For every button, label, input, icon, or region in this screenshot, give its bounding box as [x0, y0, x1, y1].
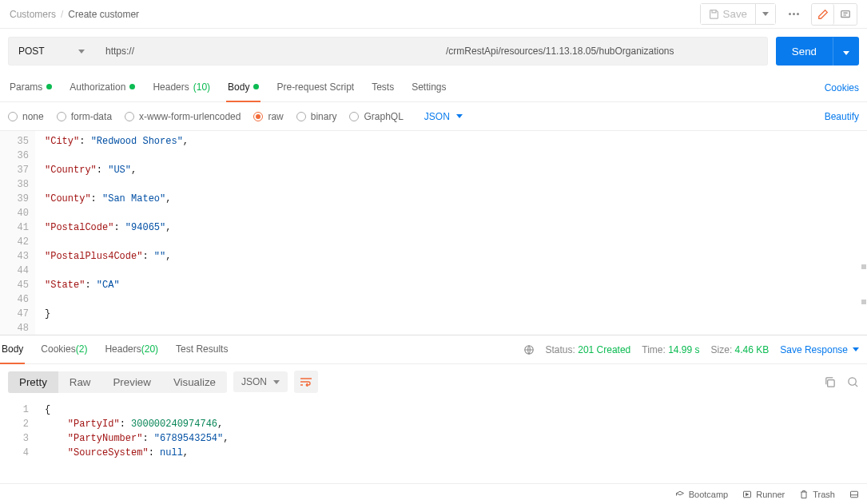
statusbar: Bootcamp Runner Trash [0, 483, 867, 504]
size-label: Size: 4.46 KB [711, 344, 770, 355]
copy-icon[interactable] [824, 376, 836, 388]
save-label: Save [723, 8, 747, 20]
body-type-urlencoded[interactable]: x-www-form-urlencoded [125, 111, 241, 122]
save-icon [709, 9, 719, 19]
breadcrumb-sep: / [61, 9, 63, 20]
url-prefix: https:// [105, 46, 134, 57]
save-button[interactable]: Save [701, 4, 756, 24]
tab-headers[interactable]: Headers (10) [151, 73, 212, 102]
view-preview[interactable]: Preview [101, 371, 161, 393]
status-runner[interactable]: Runner [742, 490, 785, 499]
view-pretty[interactable]: Pretty [8, 371, 58, 393]
tab-body[interactable]: Body [226, 73, 260, 102]
tab-prerequest[interactable]: Pre-request Script [275, 73, 356, 102]
breadcrumb: Customers / Create customer [10, 9, 139, 20]
wrap-lines-button[interactable] [294, 371, 318, 393]
svg-rect-2 [828, 379, 834, 386]
status-trash[interactable]: Trash [799, 490, 835, 499]
comment-button[interactable] [834, 4, 857, 25]
resp-tab-headers[interactable]: Headers (20) [103, 335, 160, 364]
body-type-binary[interactable]: binary [296, 111, 337, 122]
edit-button[interactable] [812, 4, 834, 25]
request-body-editor[interactable]: 3536373839404142434445464748 "City": "Re… [0, 131, 867, 335]
method-select[interactable]: POST [8, 37, 94, 65]
comment-icon [840, 9, 851, 20]
save-dropdown[interactable] [756, 4, 775, 24]
response-format-select[interactable]: JSON [233, 371, 288, 392]
svg-rect-5 [851, 491, 858, 498]
beautify-link[interactable]: Beautify [825, 111, 859, 122]
body-type-graphql[interactable]: GraphQL [349, 111, 403, 122]
panel-icon[interactable] [849, 490, 859, 499]
view-visualize[interactable]: Visualize [162, 371, 227, 393]
body-type-raw[interactable]: raw [253, 111, 283, 122]
status-label: Status: 201 Created [546, 344, 631, 355]
response-body-editor[interactable]: 1234 { "PartyId": 300000240974746, "Part… [0, 399, 867, 458]
raw-format-select[interactable]: JSON [424, 111, 463, 122]
tab-tests[interactable]: Tests [370, 73, 396, 102]
auth-dot-icon [129, 84, 135, 89]
editor-scroll-markers [861, 264, 866, 304]
bootcamp-icon [675, 490, 685, 499]
send-button[interactable]: Send [776, 37, 859, 65]
save-response-button[interactable]: Save Response [780, 344, 859, 355]
resp-tab-tests[interactable]: Test Results [174, 335, 229, 364]
time-label: Time: 14.99 s [642, 344, 699, 355]
breadcrumb-current: Create customer [68, 9, 139, 20]
method-value: POST [18, 46, 45, 57]
search-icon[interactable] [847, 376, 859, 388]
body-type-none[interactable]: none [8, 111, 44, 122]
pencil-icon [817, 9, 829, 20]
tab-authorization[interactable]: Authorization [68, 73, 137, 102]
url-suffix: /crmRestApi/resources/11.13.18.05/hubOrg… [446, 46, 674, 57]
status-bootcamp[interactable]: Bootcamp [675, 490, 729, 499]
resp-tab-body[interactable]: Body [0, 335, 25, 364]
params-dot-icon [46, 84, 52, 89]
body-dot-icon [253, 84, 259, 89]
runner-icon [742, 490, 752, 499]
tab-params[interactable]: Params [8, 73, 54, 102]
svg-rect-0 [841, 10, 850, 17]
resp-tab-cookies[interactable]: Cookies (2) [39, 335, 89, 364]
send-label: Send [776, 38, 833, 65]
cookies-link[interactable]: Cookies [825, 82, 859, 93]
wrap-icon [300, 377, 312, 387]
breadcrumb-root[interactable]: Customers [10, 9, 56, 20]
view-raw[interactable]: Raw [58, 371, 102, 393]
body-type-formdata[interactable]: form-data [57, 111, 112, 122]
svg-point-3 [849, 377, 856, 384]
globe-icon [523, 344, 535, 355]
more-button[interactable] [782, 4, 805, 25]
trash-icon [799, 490, 809, 499]
tab-settings[interactable]: Settings [410, 73, 447, 102]
url-input[interactable]: https://xxxxxxxxxxxxxxxxxxxxxxxxxxxxxxxx… [94, 37, 768, 65]
